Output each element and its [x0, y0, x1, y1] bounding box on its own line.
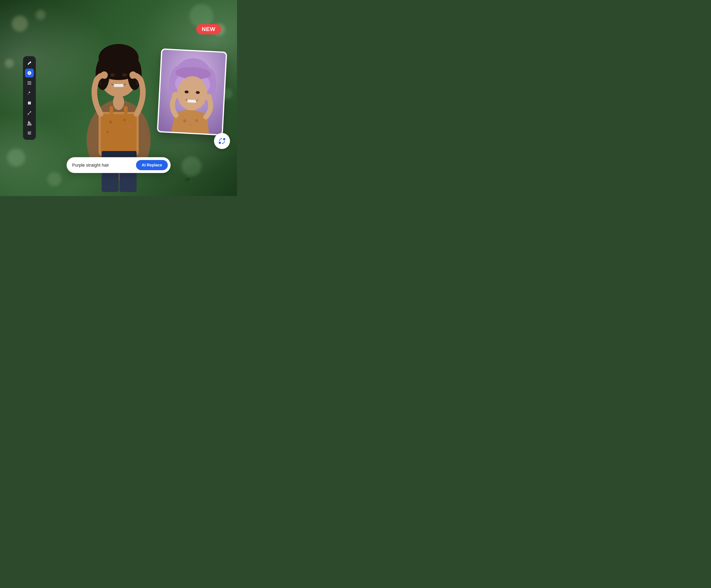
adjustments-tool-button[interactable] [25, 129, 34, 137]
svg-point-21 [99, 81, 101, 85]
new-badge: NEW [196, 24, 221, 35]
svg-point-6 [119, 128, 123, 132]
bokeh-circle [181, 156, 201, 176]
toolbar [23, 56, 36, 140]
svg-point-24 [129, 71, 136, 79]
prompt-input-text[interactable]: Purple straight hair [72, 162, 133, 168]
eraser-tool-button[interactable] [25, 59, 34, 67]
magic-select-tool-button[interactable] [25, 89, 34, 97]
svg-rect-49 [223, 138, 225, 140]
new-badge-label: NEW [202, 26, 215, 32]
svg-point-29 [29, 102, 31, 103]
move-tool-button[interactable] [25, 79, 34, 87]
svg-point-18 [110, 73, 115, 77]
svg-rect-10 [124, 106, 128, 116]
bokeh-circle [7, 149, 25, 167]
svg-point-7 [106, 131, 109, 133]
ai-replace-floating-icon [214, 133, 230, 149]
svg-rect-41 [187, 100, 196, 103]
svg-rect-2 [101, 114, 136, 154]
expand-tool-button[interactable] [25, 109, 34, 117]
svg-point-19 [122, 73, 127, 77]
bokeh-circle [36, 10, 46, 20]
svg-point-3 [109, 121, 112, 124]
bokeh-circle [47, 172, 61, 186]
svg-point-4 [115, 127, 118, 129]
svg-point-22 [136, 81, 138, 85]
ai-replace-button[interactable]: AI Replace [136, 160, 168, 170]
svg-point-17 [100, 52, 137, 66]
svg-point-28 [28, 102, 29, 103]
svg-point-30 [28, 103, 29, 104]
svg-point-23 [101, 71, 108, 79]
fill-tool-button[interactable] [25, 118, 34, 127]
svg-rect-20 [114, 84, 124, 87]
preview-card-image [158, 50, 226, 134]
prompt-bar: Purple straight hair AI Replace [67, 157, 171, 173]
svg-point-8 [128, 125, 131, 129]
bokeh-circle [5, 59, 14, 68]
elements-tool-button[interactable] [25, 99, 34, 107]
svg-point-5 [123, 118, 126, 122]
svg-point-31 [29, 103, 31, 104]
ai-replace-tool-button[interactable] [25, 69, 34, 78]
cursor-icon: ☞ [185, 176, 191, 183]
ai-preview-card [157, 48, 227, 136]
svg-rect-48 [219, 142, 221, 144]
svg-rect-9 [110, 106, 113, 116]
